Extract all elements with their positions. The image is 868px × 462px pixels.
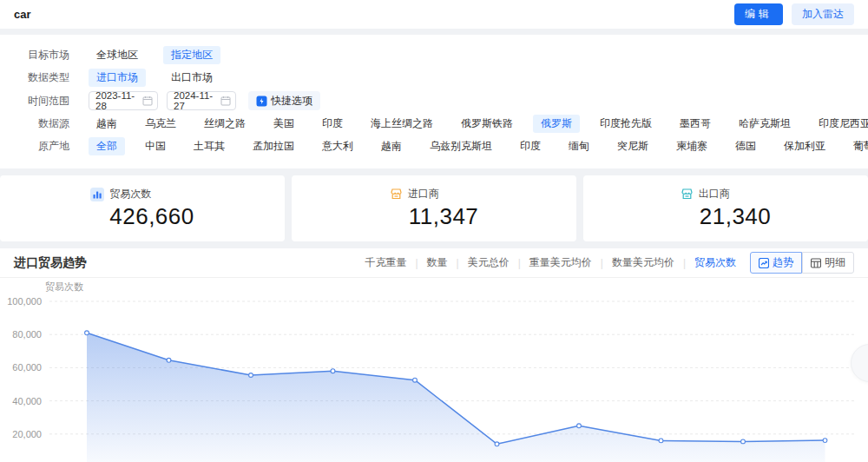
data-type-options: 进口市场出口市场	[89, 69, 854, 87]
topbar-actions: 编辑 加入雷达	[734, 3, 854, 25]
exporter-icon	[681, 188, 694, 201]
filter-chip[interactable]: 土耳其	[186, 137, 233, 155]
topbar: car 编辑 加入雷达	[0, 0, 868, 29]
filter-row-data-source: 数据源 越南乌克兰丝绸之路美国印度海上丝绸之路俄罗斯铁路俄罗斯印度抢先版墨西哥哈…	[14, 115, 854, 133]
target-market-label: 目标市场	[14, 48, 69, 63]
filter-chip[interactable]: 俄罗斯铁路	[453, 115, 521, 133]
metric-tab[interactable]: 千克重量	[365, 255, 406, 270]
filter-row-target-market: 目标市场 全球地区指定地区	[14, 46, 854, 64]
metric-tabs: 千克重量|数量|美元总价|重量美元均价|数量美元均价|贸易次数	[365, 255, 736, 270]
svg-text:60,000: 60,000	[12, 362, 42, 373]
filter-chip[interactable]: 中国	[137, 137, 174, 155]
metric-tab[interactable]: 美元总价	[468, 255, 510, 270]
stat-card-trade-count: 贸易次数 426,660	[0, 175, 285, 241]
end-date-input[interactable]: 2024-11-27	[167, 91, 236, 110]
trend-view-label: 趋势	[773, 255, 793, 270]
view-toggle: 趋势 明细	[750, 252, 854, 274]
stat-label: 出口商	[699, 187, 730, 201]
filter-chip[interactable]: 印度尼西亚定制版	[811, 115, 868, 133]
detail-view-button[interactable]: 明细	[802, 252, 854, 274]
metric-separator: |	[518, 257, 521, 269]
metric-tab[interactable]: 重量美元均价	[529, 255, 592, 270]
importer-icon	[390, 188, 403, 201]
metric-tab[interactable]: 数量	[427, 255, 448, 270]
bar-chart-icon	[90, 188, 104, 201]
filter-chip[interactable]: 全部	[89, 137, 125, 155]
stat-card-importers: 进口商 11,347	[292, 175, 576, 241]
stat-value: 426,660	[90, 203, 194, 230]
stat-card-exporters: 出口商 21,340	[583, 175, 868, 241]
page: car 编辑 加入雷达 目标市场 全球地区指定地区 数据类型 进口市场出口市场 …	[0, 0, 868, 462]
target-market-options: 全球地区指定地区	[89, 46, 854, 64]
filter-chip[interactable]: 哈萨克斯坦	[731, 115, 799, 133]
filter-row-origin: 原产地 全部中国土耳其孟加拉国意大利越南乌兹别克斯坦印度缅甸突尼斯柬埔寨德国保加…	[14, 137, 854, 155]
metric-separator: |	[683, 257, 686, 269]
filter-chip[interactable]: 俄罗斯	[533, 115, 580, 133]
svg-text:40,000: 40,000	[12, 396, 42, 406]
detail-view-icon	[811, 258, 821, 268]
origin-options: 全部中国土耳其孟加拉国意大利越南乌兹别克斯坦印度缅甸突尼斯柬埔寨德国保加利亚葡萄…	[89, 137, 868, 155]
trend-view-button[interactable]: 趋势	[750, 252, 802, 274]
filter-panel: 目标市场 全球地区指定地区 数据类型 进口市场出口市场 时间范围 2023-11…	[0, 35, 868, 168]
filter-chip[interactable]: 印度	[512, 137, 549, 155]
filter-chip[interactable]: 葡萄牙	[845, 137, 868, 155]
end-date-value: 2024-11-27	[174, 90, 220, 111]
filter-chip[interactable]: 印度	[314, 115, 351, 133]
quick-options-icon	[256, 96, 267, 107]
trend-panel: 进口贸易趋势 千克重量|数量|美元总价|重量美元均价|数量美元均价|贸易次数 趋…	[0, 248, 868, 462]
filter-chip[interactable]: 美国	[266, 115, 302, 133]
stats-row: 贸易次数 426,660 进口商 11,347 出口商 21,340	[0, 175, 868, 241]
metric-tab[interactable]: 数量美元均价	[612, 255, 674, 270]
svg-text:80,000: 80,000	[12, 329, 42, 340]
calendar-icon	[142, 96, 153, 106]
trend-view-icon	[759, 258, 769, 268]
filter-chip[interactable]: 海上丝绸之路	[363, 115, 441, 133]
filter-chip[interactable]: 孟加拉国	[245, 137, 302, 155]
filter-chip[interactable]: 缅甸	[561, 137, 597, 155]
filter-chip[interactable]: 柬埔寨	[668, 137, 715, 155]
add-to-radar-button[interactable]: 加入雷达	[792, 3, 854, 25]
svg-text:20,000: 20,000	[12, 429, 42, 439]
filter-chip[interactable]: 出口市场	[163, 69, 220, 87]
data-type-label: 数据类型	[14, 70, 69, 85]
filter-row-data-type: 数据类型 进口市场出口市场	[14, 69, 854, 87]
svg-text:100,000: 100,000	[7, 296, 42, 307]
filter-chip[interactable]: 乌克兰	[137, 115, 184, 133]
filter-chip[interactable]: 墨西哥	[672, 115, 719, 133]
filter-chip[interactable]: 越南	[89, 115, 125, 133]
stat-value: 11,347	[390, 203, 479, 230]
quick-options-button[interactable]: 快捷选项	[248, 91, 320, 110]
data-source-options: 越南乌克兰丝绸之路美国印度海上丝绸之路俄罗斯铁路俄罗斯印度抢先版墨西哥哈萨克斯坦…	[89, 115, 868, 133]
page-title: car	[14, 8, 31, 21]
stat-value: 21,340	[681, 203, 772, 230]
filter-chip[interactable]: 德国	[727, 137, 764, 155]
svg-text:贸易次数: 贸易次数	[45, 281, 83, 292]
stat-label: 进口商	[408, 187, 439, 201]
filter-chip[interactable]: 指定地区	[163, 46, 220, 64]
stat-label: 贸易次数	[109, 187, 151, 201]
filter-chip[interactable]: 全球地区	[89, 46, 146, 64]
filter-row-date-range: 时间范围 2023-11-28 2024-11-27 快捷选项	[14, 91, 854, 110]
trend-header: 进口贸易趋势 千克重量|数量|美元总价|重量美元均价|数量美元均价|贸易次数 趋…	[0, 248, 868, 278]
metric-separator: |	[457, 257, 459, 269]
metric-tab[interactable]: 贸易次数	[694, 255, 736, 270]
trend-chart-canvas[interactable]: 贸易次数020,00040,00060,00080,000100,0002023…	[0, 278, 868, 462]
data-source-label: 数据源	[14, 116, 69, 131]
origin-label: 原产地	[14, 139, 69, 154]
filter-chip[interactable]: 乌兹别克斯坦	[422, 137, 500, 155]
detail-view-label: 明细	[825, 255, 845, 270]
calendar-icon	[220, 96, 231, 106]
filter-chip[interactable]: 突尼斯	[609, 137, 656, 155]
filter-chip[interactable]: 越南	[373, 137, 410, 155]
quick-options-label: 快捷选项	[271, 94, 312, 109]
metric-separator: |	[415, 257, 418, 269]
filter-chip[interactable]: 印度抢先版	[592, 115, 660, 133]
filter-chip[interactable]: 进口市场	[89, 69, 146, 87]
edit-button[interactable]: 编辑	[734, 3, 783, 25]
filter-chip[interactable]: 意大利	[314, 137, 361, 155]
start-date-value: 2023-11-28	[95, 90, 142, 111]
filter-chip[interactable]: 丝绸之路	[196, 115, 253, 133]
start-date-input[interactable]: 2023-11-28	[89, 91, 158, 110]
metric-separator: |	[601, 257, 603, 269]
filter-chip[interactable]: 保加利亚	[776, 137, 833, 155]
